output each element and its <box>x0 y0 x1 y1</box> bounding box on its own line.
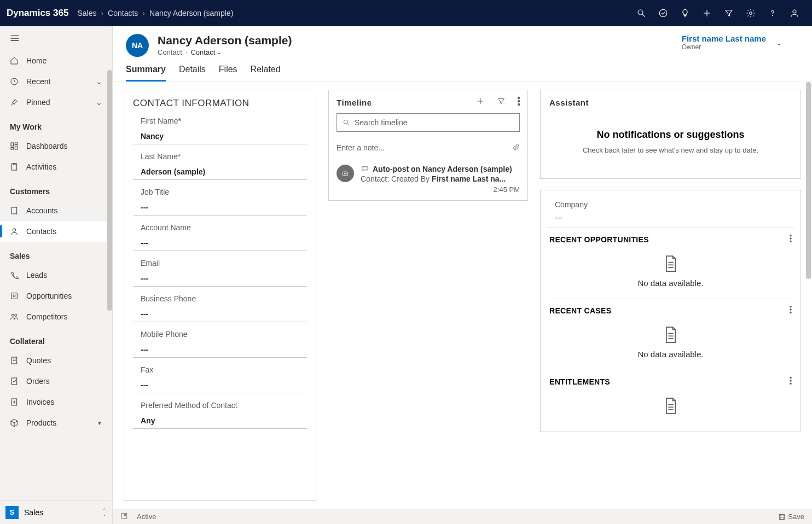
sidebar-scrollbar[interactable] <box>107 70 112 311</box>
sidebar-item-label: Products <box>26 418 56 427</box>
sidebar-footer[interactable]: S Sales ⌃⌄ <box>0 500 112 524</box>
gear-icon[interactable] <box>740 0 762 26</box>
app-badge: S <box>5 506 19 519</box>
timeline-note-input[interactable]: Enter a note... <box>337 138 520 157</box>
sidebar-item-leads[interactable]: Leads <box>0 265 112 286</box>
page-title: Nancy Aderson (sample) <box>158 34 292 47</box>
field-preferred-method-of-contact[interactable]: Preferred Method of ContactAny <box>133 401 307 429</box>
sidebar-item-accounts[interactable]: Accounts <box>0 200 112 221</box>
more-icon[interactable] <box>790 235 792 244</box>
sidebar-item-label: Leads <box>26 271 47 280</box>
field-account-name[interactable]: Account Name--- <box>133 223 307 251</box>
timeline-item[interactable]: Auto-post on Nancy Aderson (sample) Cont… <box>337 165 520 194</box>
sidebar-item-orders[interactable]: Orders <box>0 371 112 392</box>
tabs: Summary Details Files Related <box>113 57 812 82</box>
field-mobile-phone[interactable]: Mobile Phone--- <box>133 330 307 358</box>
filter-icon[interactable] <box>718 0 740 26</box>
empty-state: No data available. <box>547 244 794 292</box>
crumb-sales[interactable]: Sales <box>77 9 96 18</box>
sidebar-item-home[interactable]: Home <box>0 50 112 71</box>
content-scrollbar[interactable] <box>806 82 811 279</box>
field-value: --- <box>141 310 307 318</box>
field-business-phone[interactable]: Business Phone--- <box>133 294 307 322</box>
sidebar-item-products[interactable]: Products▼ <box>0 412 112 433</box>
sidebar-item-dashboards[interactable]: Dashboards <box>0 136 112 156</box>
sidebar-item-competitors[interactable]: Competitors <box>0 306 112 327</box>
crumb-contacts[interactable]: Contacts <box>108 9 138 18</box>
field-email[interactable]: Email--- <box>133 259 307 287</box>
task-icon[interactable] <box>652 0 674 26</box>
more-icon[interactable] <box>790 377 792 387</box>
field-last-name[interactable]: Last Name*Aderson (sample) <box>133 152 307 180</box>
more-icon[interactable] <box>790 306 792 316</box>
sidebar-item-label: Quotes <box>26 356 51 365</box>
assistant-card: Assistant No notifications or suggestion… <box>540 90 801 179</box>
tab-details[interactable]: Details <box>179 65 206 81</box>
owner-label: Owner <box>682 43 766 51</box>
quote-icon <box>10 356 19 365</box>
help-icon[interactable] <box>762 0 784 26</box>
empty-state: No data available. <box>547 316 794 363</box>
svg-point-5 <box>750 12 752 15</box>
field-job-title[interactable]: Job Title--- <box>133 188 307 216</box>
field-value: --- <box>141 381 307 389</box>
svg-point-55 <box>790 383 791 384</box>
chat-icon <box>361 165 369 173</box>
tab-files[interactable]: Files <box>219 65 237 81</box>
avatar: NA <box>126 34 149 57</box>
crumb-record[interactable]: Nancy Aderson (sample) <box>149 9 233 18</box>
field-fax[interactable]: Fax--- <box>133 365 307 393</box>
topbar: Dynamics 365 Sales › Contacts › Nancy Ad… <box>0 0 812 26</box>
more-icon[interactable] <box>518 97 520 108</box>
field-label: Email <box>141 259 307 267</box>
hamburger-icon[interactable] <box>0 26 112 50</box>
statusbar: Active Save <box>113 509 812 524</box>
save-button[interactable]: Save <box>778 513 804 521</box>
company-value[interactable]: --- <box>555 213 786 222</box>
section-title: CONTACT INFORMATION <box>133 98 307 109</box>
sidebar-item-invoices[interactable]: Invoices <box>0 392 112 412</box>
search-placeholder: Search timeline <box>355 118 408 127</box>
svg-point-48 <box>790 309 791 310</box>
sidebar-item-contacts[interactable]: Contacts <box>0 221 112 242</box>
brand: Dynamics 365 <box>7 8 68 19</box>
field-label: Fax <box>141 365 307 374</box>
field-label: Account Name <box>141 223 307 232</box>
sidebar-item-opportunities[interactable]: Opportunities <box>0 286 112 306</box>
filter-icon[interactable] <box>497 97 506 108</box>
svg-point-41 <box>790 235 791 236</box>
svg-point-39 <box>346 173 346 174</box>
svg-line-36 <box>347 124 350 126</box>
owner-field[interactable]: First name Last name Owner ⌄ <box>682 34 782 51</box>
field-first-name[interactable]: First Name*Nancy <box>133 117 307 144</box>
plus-icon[interactable] <box>696 0 718 26</box>
sidebar-item-quotes[interactable]: Quotes <box>0 350 112 371</box>
plus-icon[interactable] <box>476 97 485 108</box>
sidebar-item-label: Competitors <box>26 312 67 321</box>
person-icon <box>10 227 19 236</box>
search-icon[interactable] <box>630 0 652 26</box>
popout-icon[interactable] <box>120 512 128 521</box>
svg-rect-62 <box>780 517 784 519</box>
related-section-title: RECENT OPPORTUNITIES <box>549 235 649 244</box>
app-label: Sales <box>24 508 43 517</box>
tab-related[interactable]: Related <box>251 65 281 81</box>
user-icon[interactable] <box>784 0 805 26</box>
sidebar-item-activities[interactable]: Activities <box>0 156 112 177</box>
svg-point-49 <box>790 312 791 313</box>
up-down-icon[interactable]: ⌃⌄ <box>102 509 107 516</box>
field-label: First Name* <box>141 117 307 125</box>
timeline-search-input[interactable]: Search timeline <box>337 113 520 132</box>
sidebar-item-recent[interactable]: Recent ⌄ <box>0 71 112 92</box>
lightbulb-icon[interactable] <box>674 0 696 26</box>
sidebar-section-mywork: My Work <box>0 113 112 136</box>
svg-point-53 <box>790 377 791 379</box>
chevron-down-icon[interactable]: ⌄ <box>776 38 782 47</box>
svg-point-2 <box>659 9 667 17</box>
paperclip-icon[interactable] <box>512 143 520 153</box>
svg-rect-17 <box>11 207 16 214</box>
sidebar-item-pinned[interactable]: Pinned ⌄ <box>0 92 112 113</box>
breadcrumb: Sales › Contacts › Nancy Aderson (sample… <box>77 9 233 18</box>
tab-summary[interactable]: Summary <box>126 65 166 81</box>
form-selector[interactable]: Contact⌄ <box>190 48 222 56</box>
